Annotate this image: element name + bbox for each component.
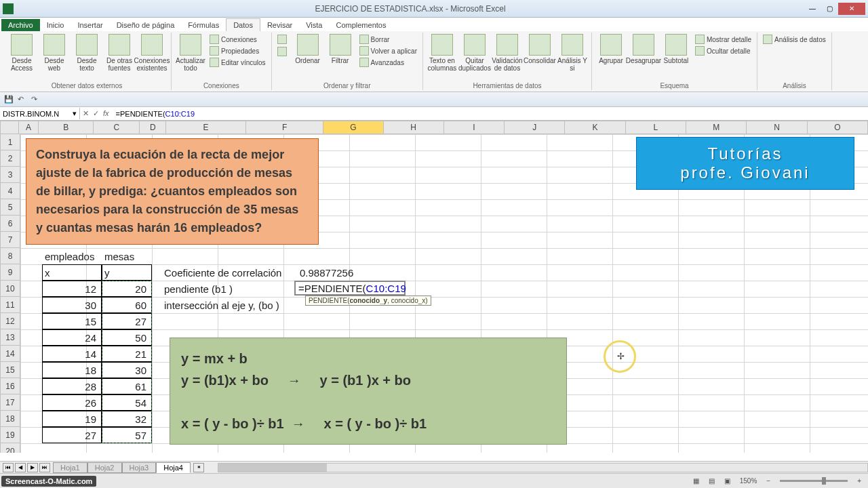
data-cell[interactable]: 26 (42, 394, 99, 411)
view-normal-icon[interactable]: ▦ (693, 477, 699, 485)
view-layout-icon[interactable]: ▤ (709, 477, 715, 485)
sheet-nav-next[interactable]: ▶ (27, 463, 38, 472)
row-header-7[interactable]: 7 (0, 232, 20, 248)
horizontal-scrollbar[interactable] (218, 463, 868, 472)
name-box[interactable]: DISTR.BINOM.N▾ (0, 108, 80, 119)
row-header-8[interactable]: 8 (0, 248, 20, 264)
row-header-9[interactable]: 9 (0, 264, 20, 281)
tab-insertar[interactable]: Insertar (71, 19, 109, 31)
ordenar-button[interactable]: Ordenar (293, 34, 323, 64)
save-icon[interactable]: 💾 (4, 95, 14, 104)
row-header-10[interactable]: 10 (0, 281, 20, 297)
data-cell[interactable]: 14 (42, 346, 99, 362)
row-header-17[interactable]: 17 (0, 394, 20, 411)
mostrar-detalle-button[interactable]: Mostrar detalle (694, 34, 753, 45)
row-header-18[interactable]: 18 (0, 411, 20, 427)
sheet-tab-hoja4[interactable]: Hoja4 (156, 462, 191, 473)
consolidar-button[interactable]: Consolidar (525, 34, 555, 64)
row-header-1[interactable]: 1 (0, 134, 20, 150)
accept-formula-icon[interactable]: ✓ (93, 109, 99, 118)
row-header-3[interactable]: 3 (0, 167, 20, 183)
col-header-C[interactable]: C (94, 121, 140, 134)
worksheet-grid[interactable]: ABCDEFGHIJKLMNO 123456789101112131415161… (0, 121, 868, 453)
quitar-duplicados-button[interactable]: Quitar duplicados (460, 34, 490, 72)
conexiones-button[interactable]: Conexiones (208, 34, 267, 45)
zoom-slider[interactable] (780, 480, 848, 482)
row-header-16[interactable]: 16 (0, 378, 20, 394)
conexiones-existentes-button[interactable]: Conexiones existentes (137, 34, 167, 72)
col-header-E[interactable]: E (166, 121, 246, 134)
desde-web-button[interactable]: Desde web (39, 34, 69, 72)
data-cell[interactable]: 12 (42, 281, 99, 297)
select-all-corner[interactable] (0, 121, 19, 134)
zoom-level[interactable]: 150% (740, 477, 757, 485)
sheet-nav-prev[interactable]: ◀ (15, 463, 26, 472)
row-header-11[interactable]: 11 (0, 297, 20, 313)
analisis-ysi-button[interactable]: Análisis Y si (557, 34, 587, 72)
col-header-D[interactable]: D (140, 121, 166, 134)
data-cell[interactable]: 15 (42, 313, 99, 329)
tab-datos[interactable]: Datos (226, 18, 260, 31)
close-button[interactable]: ✕ (838, 3, 865, 15)
formula-input[interactable]: =PENDIENTE(C10:C19 (112, 108, 868, 119)
desagrupar-button[interactable]: Desagrupar (629, 34, 658, 64)
sort-desc-button[interactable] (276, 46, 290, 57)
row-header-6[interactable]: 6 (0, 216, 20, 232)
filtrar-button[interactable]: Filtrar (326, 34, 355, 64)
tab-inicio[interactable]: Inicio (40, 19, 71, 31)
validacion-button[interactable]: Validación de datos (492, 34, 522, 72)
sheet-tab-hoja3[interactable]: Hoja3 (122, 462, 157, 473)
row-header-20[interactable]: 20 (0, 443, 20, 453)
col-header-A[interactable]: A (19, 121, 39, 134)
row-header-15[interactable]: 15 (0, 362, 20, 378)
row-header-19[interactable]: 19 (0, 427, 20, 443)
data-cell[interactable]: 28 (42, 378, 99, 394)
col-header-L[interactable]: L (626, 121, 686, 134)
row-header-5[interactable]: 5 (0, 199, 20, 216)
zoom-out-button[interactable]: − (766, 477, 770, 485)
subtotal-button[interactable]: Subtotal (661, 34, 691, 64)
sheet-tab-hoja1[interactable]: Hoja1 (53, 462, 87, 473)
data-cell[interactable]: 27 (42, 427, 99, 443)
actualizar-todo-button[interactable]: Actualizar todo (176, 34, 205, 72)
new-sheet-button[interactable]: ✶ (193, 463, 204, 472)
data-cell[interactable]: 19 (42, 411, 99, 427)
zoom-in-button[interactable]: + (857, 477, 861, 485)
view-pagebreak-icon[interactable]: ▣ (724, 477, 730, 485)
tab-vista[interactable]: Vista (299, 19, 329, 31)
row-header-2[interactable]: 2 (0, 150, 20, 167)
otras-fuentes-button[interactable]: De otras fuentes (104, 34, 134, 72)
col-header-K[interactable]: K (565, 121, 625, 134)
row-header-12[interactable]: 12 (0, 313, 20, 329)
texto-columnas-button[interactable]: Texto en columnas (427, 34, 457, 72)
tab-complementos[interactable]: Complementos (329, 19, 393, 31)
col-header-G[interactable]: G (323, 121, 383, 134)
file-tab[interactable]: Archivo (1, 19, 40, 31)
cancel-formula-icon[interactable]: ✕ (83, 109, 89, 118)
col-header-J[interactable]: J (505, 121, 565, 134)
borrar-button[interactable]: Borrar (358, 34, 418, 45)
editar-vinculos-button[interactable]: Editar vínculos (208, 57, 267, 68)
avanzadas-button[interactable]: Avanzadas (358, 57, 418, 68)
restore-button[interactable]: ▢ (821, 3, 837, 15)
undo-icon[interactable]: ↶ (18, 95, 27, 104)
tab-diseno[interactable]: Diseño de página (110, 19, 182, 31)
row-header-13[interactable]: 13 (0, 329, 20, 346)
col-header-F[interactable]: F (246, 121, 323, 134)
sheet-nav-last[interactable]: ⏭ (39, 463, 50, 472)
col-header-B[interactable]: B (39, 121, 94, 134)
ocultar-detalle-button[interactable]: Ocultar detalle (694, 45, 753, 56)
sort-asc-button[interactable] (276, 34, 290, 45)
desde-access-button[interactable]: Desde Access (7, 34, 37, 72)
fx-icon[interactable]: fx (103, 109, 109, 118)
analisis-datos-button[interactable]: Análisis de datos (762, 34, 827, 45)
minimize-button[interactable]: — (804, 3, 821, 15)
cell-editor[interactable]: =PENDIENTE(C10:C19 (294, 281, 406, 296)
row-header-4[interactable]: 4 (0, 183, 20, 199)
sheet-tab-hoja2[interactable]: Hoja2 (87, 462, 122, 473)
agrupar-button[interactable]: Agrupar (596, 34, 626, 64)
data-cell[interactable]: 24 (42, 329, 99, 346)
col-header-I[interactable]: I (444, 121, 505, 134)
col-header-M[interactable]: M (686, 121, 747, 134)
col-header-O[interactable]: O (808, 121, 868, 134)
